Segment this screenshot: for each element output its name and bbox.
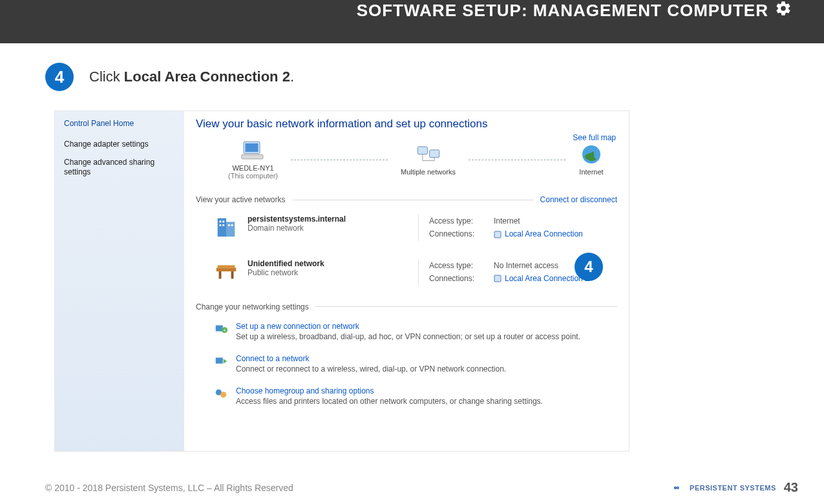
step-number-badge: 4 (45, 63, 74, 91)
copyright-text: © 2010 - 2018 Persistent Systems, LLC – … (45, 483, 293, 493)
map-pc-sub: (This computer) (228, 172, 278, 180)
step-row: 4 Click Local Area Connection 2. (45, 63, 779, 91)
network2-name: Unidentified network (248, 259, 409, 268)
see-full-map-link[interactable]: See full map (573, 133, 616, 142)
content-area: 4 Click Local Area Connection 2. Control… (0, 43, 824, 452)
svg-rect-14 (222, 224, 224, 226)
svg-rect-17 (494, 231, 501, 238)
bench-icon (214, 259, 238, 284)
svg-rect-20 (219, 271, 222, 278)
persistent-systems-logo: PERSISTENT SYSTEMS (674, 483, 776, 492)
map-pc-name: WEDLE-NY1 (228, 164, 278, 172)
network2-details: Access type: No Internet access Connecti… (418, 259, 589, 286)
settings-icon (775, 0, 792, 21)
nic-icon-2 (494, 274, 502, 283)
svg-text:+: + (223, 327, 226, 333)
network1-name: persistentsystems.internal (248, 215, 409, 224)
control-panel-sidebar: Control Panel Home Change adapter settin… (55, 111, 184, 451)
svg-rect-10 (226, 222, 235, 236)
change-adapter-settings-link[interactable]: Change adapter settings (64, 140, 175, 150)
option-connect-network[interactable]: Connect to a network Connect or reconnec… (214, 349, 617, 381)
change-advanced-sharing-link[interactable]: Change advanced sharing settings (64, 158, 175, 178)
divider (292, 200, 534, 200)
net1-conn-val: Local Area Connection (505, 227, 583, 240)
setup-connection-icon: + (214, 322, 228, 336)
svg-rect-22 (494, 275, 501, 282)
settings-options-list: + Set up a new connection or network Set… (196, 311, 617, 414)
main-panel: View your basic network information and … (184, 111, 629, 451)
network-entry-domain: persistentsystems.internal Domain networ… (196, 204, 617, 249)
option-setup-connection[interactable]: + Set up a new connection or network Set… (214, 317, 617, 349)
network1-type: Domain network (248, 224, 409, 233)
svg-rect-4 (429, 150, 439, 158)
step-bold: Local Area Connection 2 (124, 68, 290, 85)
svg-point-28 (220, 392, 226, 397)
network-icon (416, 143, 441, 165)
opt0-title: Set up a new connection or network (236, 322, 580, 331)
page-title: SOFTWARE SETUP: MANAGEMENT COMPUTER (357, 1, 768, 21)
svg-rect-2 (241, 155, 262, 160)
computer-icon (240, 140, 266, 162)
svg-rect-19 (218, 265, 235, 268)
divider-2 (315, 306, 617, 307)
map-connector (291, 160, 388, 160)
logo-text: PERSISTENT SYSTEMS (690, 484, 776, 492)
active-networks-label: View your active networks (196, 195, 286, 204)
net1-access-key: Access type: (429, 215, 487, 227)
map-internet-label: Internet (578, 168, 604, 176)
opt1-title: Connect to a network (236, 354, 506, 363)
globe-icon (578, 143, 604, 165)
connect-network-icon (214, 354, 228, 368)
svg-rect-9 (218, 218, 226, 237)
local-area-connection-2-link[interactable]: Local Area Connection 2 (494, 272, 589, 285)
svg-rect-15 (228, 224, 230, 226)
opt0-desc: Set up a wireless, broadband, dial-up, a… (236, 332, 580, 341)
svg-rect-13 (220, 224, 222, 226)
step-instruction: Click Local Area Connection 2. (89, 68, 294, 85)
change-settings-header: Change your networking settings (196, 302, 617, 311)
network-map: WEDLE-NY1 (This computer) Multiple netwo… (196, 140, 617, 186)
connect-or-disconnect-link[interactable]: Connect or disconnect (540, 195, 617, 204)
opt2-desc: Access files and printers located on oth… (236, 397, 543, 406)
svg-rect-16 (231, 224, 233, 226)
network1-details: Access type: Internet Connections: Local… (418, 215, 583, 241)
net2-access-key: Access type: (429, 259, 487, 272)
page-header: SOFTWARE SETUP: MANAGEMENT COMPUTER (0, 0, 824, 43)
callout-badge: 4 (575, 253, 603, 281)
map-internet: Internet (578, 143, 604, 176)
page-footer: © 2010 - 2018 Persistent Systems, LLC – … (45, 480, 798, 495)
network1-info: persistentsystems.internal Domain networ… (248, 215, 409, 233)
main-heading: View your basic network information and … (196, 118, 617, 131)
svg-rect-21 (231, 271, 234, 278)
net2-conn-key: Connections: (429, 272, 487, 285)
nic-icon (494, 230, 502, 239)
svg-rect-12 (222, 221, 224, 223)
control-panel-home-link[interactable]: Control Panel Home (64, 119, 175, 128)
network2-info: Unidentified network Public network (248, 259, 409, 277)
net1-conn-key: Connections: (429, 227, 487, 240)
network2-type: Public network (248, 268, 409, 277)
homegroup-icon (214, 386, 228, 401)
net2-access-val: No Internet access (494, 259, 558, 272)
svg-rect-11 (220, 221, 222, 223)
change-settings-label: Change your networking settings (196, 302, 309, 311)
step-prefix: Click (89, 68, 124, 85)
page-title-wrap: SOFTWARE SETUP: MANAGEMENT COMPUTER (357, 0, 792, 21)
svg-rect-26 (216, 357, 223, 363)
local-area-connection-link[interactable]: Local Area Connection (494, 227, 583, 240)
step-suffix: . (290, 68, 294, 85)
map-multi-label: Multiple networks (401, 168, 456, 176)
building-icon (214, 215, 238, 239)
map-this-computer: WEDLE-NY1 (This computer) (228, 140, 278, 180)
svg-rect-18 (217, 268, 236, 271)
active-networks-header: View your active networks Connect or dis… (196, 195, 617, 204)
map-multiple-networks: Multiple networks (401, 143, 456, 176)
page-number: 43 (784, 480, 798, 495)
opt2-title: Choose homegroup and sharing options (236, 386, 543, 395)
map-connector-2 (469, 160, 565, 160)
option-homegroup[interactable]: Choose homegroup and sharing options Acc… (214, 381, 617, 414)
opt1-desc: Connect or reconnect to a wireless, wire… (236, 364, 506, 373)
logo-icon (674, 483, 686, 492)
screenshot-panel: Control Panel Home Change adapter settin… (54, 110, 629, 452)
net1-access-val: Internet (494, 215, 520, 227)
